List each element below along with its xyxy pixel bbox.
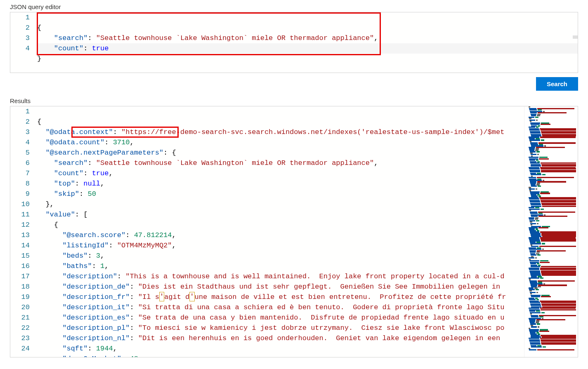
query-code[interactable]: { "search": "Seattle townhouse `Lake Was…	[37, 12, 578, 73]
results-minimap[interactable]	[524, 106, 578, 357]
results-viewer[interactable]: 123456789101112131415161718192021222324 …	[10, 106, 578, 357]
editor-scrollbar[interactable]	[573, 35, 578, 39]
results-code[interactable]: { "@odata.context": "https://free-demo-s…	[37, 106, 524, 357]
results-label: Results	[10, 94, 578, 106]
search-button[interactable]: Search	[536, 77, 578, 91]
editor-label: JSON query editor	[10, 0, 578, 12]
query-gutter: 1 2 3 4	[10, 12, 37, 73]
bracket-match-marker: '	[189, 292, 194, 301]
results-gutter: 123456789101112131415161718192021222324	[10, 106, 37, 357]
query-editor[interactable]: 1 2 3 4 { "search": "Seattle townhouse `…	[10, 12, 578, 73]
bracket-match-marker: '	[159, 292, 164, 301]
